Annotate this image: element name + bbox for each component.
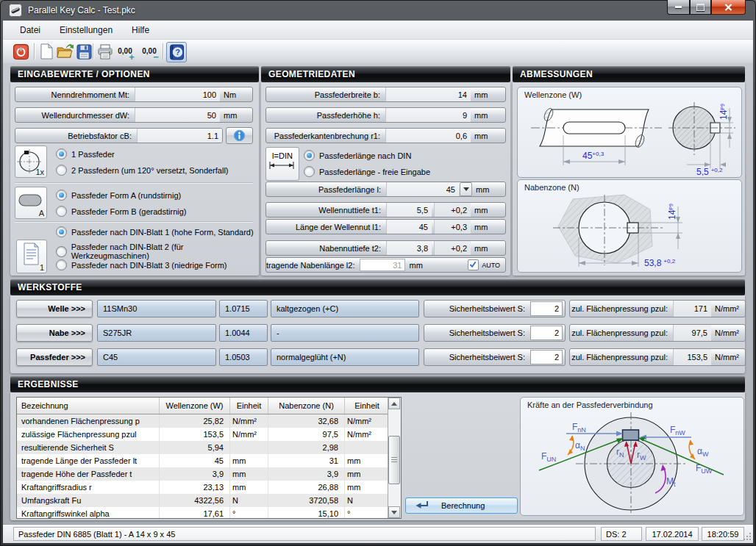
kantenbrechung-input[interactable]: 0,6 <box>385 129 471 143</box>
maximize-button[interactable] <box>690 0 711 15</box>
field-nenndrehmoment: Nenndrehmoment Mt: 100 Nm <box>15 87 253 102</box>
radio-label: Passfeder Form A (rundstirnig) <box>71 191 181 200</box>
field-wellennuttiefe: Wellennuttiefe t1: 5,5 +0,2 mm <box>265 202 506 218</box>
decimal-sub-icon: 0,00− <box>142 48 156 55</box>
passfeder-material-name: C45 <box>97 348 216 366</box>
toolbar-separator <box>93 43 93 60</box>
close-button[interactable] <box>711 0 746 15</box>
section-header-abmessungen: ABMESSUNGEN <box>513 66 745 82</box>
scroll-down-button[interactable] <box>388 506 400 518</box>
exit-button[interactable] <box>11 42 30 61</box>
field-label: Nabennuttiefe t2: <box>266 244 386 253</box>
menu-hilfe[interactable]: Hilfe <box>122 22 159 38</box>
field-unit: mm <box>471 111 505 120</box>
title-bar[interactable]: Parallel Key Calc - Test.pkc <box>0 0 756 21</box>
nabennuttiefe-tol: +0,2 <box>434 241 471 255</box>
berechnung-button[interactable]: Berechnung <box>405 497 518 514</box>
passfederlaenge-input[interactable]: 45 <box>386 182 459 196</box>
welle-pressung-value: 171 <box>673 301 711 317</box>
app-icon <box>9 4 22 17</box>
radio-1-passfeder[interactable]: 1 Passfeder <box>56 148 115 159</box>
print-button[interactable] <box>96 42 115 61</box>
forces-diagram: FnN FnW FUN FUW αN αW rN rW Mt <box>521 411 742 514</box>
welle-sicherheit-row: Sicherheitsbeiwert S: 2 <box>424 300 566 317</box>
wellenzone-drawing: Wellenzone (W) 45+0,3 <box>517 87 742 178</box>
label-fnn: FnN <box>572 422 586 434</box>
decimal-sub-button[interactable]: 0,00− <box>140 42 159 61</box>
scrollbar-thumb[interactable] <box>388 436 400 484</box>
radio-laenge-din[interactable]: Passfederlänge nach DIN <box>304 150 411 161</box>
passfeder-sicherheit-input[interactable]: 2 <box>530 350 563 364</box>
radio-icon <box>56 246 67 257</box>
label-fnw: FnW <box>670 425 685 437</box>
col-bezeichnung: Bezeichnung <box>17 398 160 414</box>
svg-text:45+0,3: 45+0,3 <box>582 151 605 161</box>
auto-checkbox[interactable] <box>468 259 479 270</box>
window-controls <box>667 0 746 15</box>
icon-label: 1 <box>40 263 44 272</box>
abmessungen-content: Wellenzone (W) 45+0,3 <box>513 82 745 276</box>
field-unit: N/mm² <box>711 304 745 313</box>
wellendurchmesser-input[interactable]: 50 <box>135 108 220 122</box>
scroll-up-button[interactable] <box>388 398 400 409</box>
passfeder-button[interactable]: Passfeder >>> <box>16 348 93 366</box>
table-row: tragende Höhe der Passfeder t3,9mm3,9mm <box>17 467 401 481</box>
window-title: Parallel Key Calc - Test.pkc <box>28 5 135 15</box>
field-label: Sicherheitsbeiwert S: <box>424 304 530 313</box>
label-alpha-w: αW <box>697 446 709 458</box>
minimize-button[interactable] <box>667 0 690 15</box>
save-button[interactable] <box>74 42 93 61</box>
nabenlaenge-input-disabled: 31 <box>360 259 405 271</box>
welle-button[interactable]: Welle >>> <box>16 300 93 317</box>
radio-icon <box>56 206 67 217</box>
radio-din-blatt-2[interactable]: Passfeder nach DIN-Blatt 2 (für Werkzeug… <box>56 243 259 260</box>
help-button[interactable]: ? <box>166 42 187 62</box>
status-bar: Passfeder DIN 6885 (Blatt 1) - A 14 x 9 … <box>3 524 753 543</box>
icon-label: A <box>39 209 44 218</box>
welle-sicherheit-input[interactable]: 2 <box>530 301 563 316</box>
results-table-header: Bezeichnung Wellenzone (W) Einheit Naben… <box>17 398 401 414</box>
new-file-button[interactable] <box>37 42 56 61</box>
radio-laenge-frei[interactable]: Passfederlänge - freie Eingabe <box>304 166 430 177</box>
table-scrollbar[interactable] <box>388 398 401 518</box>
arrow-down-icon <box>391 511 397 514</box>
minimize-icon <box>675 6 682 8</box>
wellennut-laenge-tol: +0,3 <box>434 220 471 234</box>
passfederhoehe-input[interactable]: 9 <box>385 108 471 122</box>
radio-din-blatt-1[interactable]: Passfeder nach DIN-Blatt 1 (hohe Form, S… <box>56 226 254 237</box>
field-passfederbreite: Passfederbreite b: 14 mm <box>265 87 506 102</box>
radio-2-passfedern[interactable]: 2 Passfedern (um 120° versetzt, Sonderfa… <box>56 165 229 176</box>
passfeder-sicherheit-row: Sicherheitsbeiwert S: 2 <box>424 348 566 366</box>
info-button[interactable] <box>226 127 253 144</box>
betriebsfaktor-input[interactable]: 1.1 <box>137 129 222 143</box>
col-wellenzone: Wellenzone (W) <box>160 398 230 414</box>
maximize-icon <box>696 4 705 11</box>
open-file-button[interactable] <box>55 42 74 61</box>
nabe-button[interactable]: Nabe >>> <box>16 324 93 342</box>
new-file-icon <box>39 43 54 60</box>
radio-form-a[interactable]: Passfeder Form A (rundstirnig) <box>56 190 181 201</box>
radio-label: Passfederlänge nach DIN <box>319 151 411 160</box>
field-label: zul. Flächenpressung pzul: <box>570 353 673 362</box>
decimal-add-button[interactable]: 0,00+ <box>115 42 135 61</box>
radio-form-b[interactable]: Passfeder Form B (geradstirnig) <box>56 206 187 217</box>
radio-din-blatt-3[interactable]: Passfeder nach DIN-Blatt 3 (niedrige For… <box>56 259 227 270</box>
nabenzone-label: Nabenzone (N) <box>524 183 580 192</box>
passfederbreite-input[interactable]: 14 <box>385 87 471 101</box>
radio-label: Passfeder Form B (geradstirnig) <box>71 207 187 216</box>
field-label: Wellennuttiefe t1: <box>266 206 386 215</box>
nabe-sicherheit-input[interactable]: 2 <box>530 326 563 340</box>
forces-title: Kräfte an der Passfederverbindung <box>527 400 653 409</box>
nenndrehmoment-input[interactable]: 100 <box>135 87 220 101</box>
app-window: Parallel Key Calc - Test.pkc Datei Einst… <box>0 0 756 546</box>
menu-einstellungen[interactable]: Einstellungen <box>50 22 122 38</box>
resize-grip-icon[interactable] <box>743 532 752 541</box>
chevron-down-icon <box>463 187 469 191</box>
field-label: zul. Flächenpressung pzul: <box>570 304 673 313</box>
table-row: resultierende Sicherheit S5,942,98 <box>17 441 401 454</box>
menu-datei[interactable]: Datei <box>10 22 50 38</box>
field-unit: mm <box>471 223 505 231</box>
info-icon <box>233 129 246 142</box>
passfederlaenge-dropdown[interactable] <box>460 182 472 196</box>
field-label: tragende Nabenlänge l2: <box>266 261 360 270</box>
